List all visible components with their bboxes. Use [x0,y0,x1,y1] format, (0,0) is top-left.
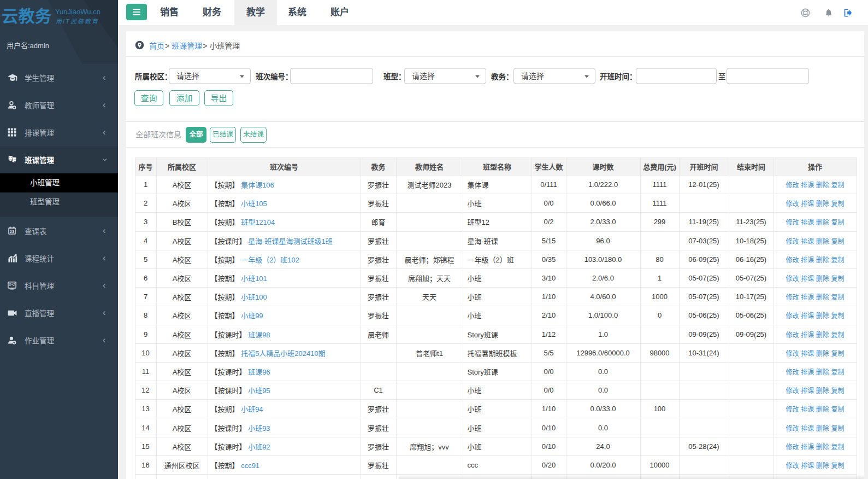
svg-text:5+2: 5+2 [9,283,15,287]
svg-text:23: 23 [10,229,14,234]
